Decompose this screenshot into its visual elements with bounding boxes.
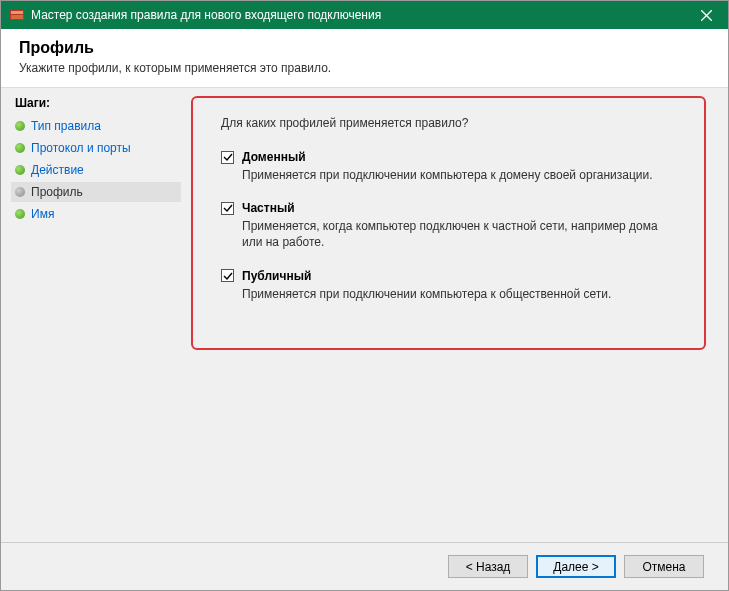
- checkbox-desc-domain: Применяется при подключении компьютера к…: [242, 167, 662, 183]
- step-profile[interactable]: Профиль: [11, 182, 181, 202]
- checkmark-icon: [223, 152, 233, 162]
- checkbox-private[interactable]: [221, 202, 234, 215]
- wizard-window: Мастер создания правила для нового входя…: [1, 1, 728, 590]
- wizard-footer: < Назад Далее > Отмена: [1, 542, 728, 590]
- step-rule-type[interactable]: Тип правила: [11, 116, 181, 136]
- check-group-domain: Доменный Применяется при подключении ком…: [221, 150, 684, 183]
- checkmark-icon: [223, 203, 233, 213]
- checkbox-label-public[interactable]: Публичный: [242, 269, 311, 283]
- page-title: Профиль: [19, 39, 710, 57]
- bullet-icon: [15, 209, 25, 219]
- next-button[interactable]: Далее >: [536, 555, 616, 578]
- content-area: Для каких профилей применяется правило? …: [181, 88, 728, 542]
- steps-sidebar: Шаги: Тип правила Протокол и порты Дейст…: [1, 88, 181, 542]
- close-button[interactable]: [684, 1, 728, 29]
- app-icon: [9, 7, 25, 23]
- checkbox-label-domain[interactable]: Доменный: [242, 150, 306, 164]
- step-label: Действие: [31, 163, 84, 177]
- highlight-box: Для каких профилей применяется правило? …: [191, 96, 706, 350]
- bullet-icon: [15, 165, 25, 175]
- svg-rect-1: [11, 11, 23, 14]
- steps-label: Шаги:: [11, 96, 181, 110]
- step-label: Профиль: [31, 185, 83, 199]
- checkbox-label-private[interactable]: Частный: [242, 201, 295, 215]
- step-name[interactable]: Имя: [11, 204, 181, 224]
- close-icon: [701, 10, 712, 21]
- checkmark-icon: [223, 271, 233, 281]
- back-button[interactable]: < Назад: [448, 555, 528, 578]
- step-label: Тип правила: [31, 119, 101, 133]
- check-group-private: Частный Применяется, когда компьютер под…: [221, 201, 684, 250]
- bullet-icon: [15, 143, 25, 153]
- step-protocol-ports[interactable]: Протокол и порты: [11, 138, 181, 158]
- check-group-public: Публичный Применяется при подключении ко…: [221, 269, 684, 302]
- wizard-body: Шаги: Тип правила Протокол и порты Дейст…: [1, 88, 728, 542]
- cancel-button[interactable]: Отмена: [624, 555, 704, 578]
- bullet-icon: [15, 121, 25, 131]
- step-label: Имя: [31, 207, 54, 221]
- titlebar: Мастер создания правила для нового входя…: [1, 1, 728, 29]
- step-action[interactable]: Действие: [11, 160, 181, 180]
- checkbox-domain[interactable]: [221, 151, 234, 164]
- checkbox-desc-public: Применяется при подключении компьютера к…: [242, 286, 662, 302]
- checkbox-public[interactable]: [221, 269, 234, 282]
- page-description: Укажите профили, к которым применяется э…: [19, 61, 710, 75]
- question-text: Для каких профилей применяется правило?: [221, 116, 684, 130]
- bullet-icon: [15, 187, 25, 197]
- step-label: Протокол и порты: [31, 141, 131, 155]
- window-title: Мастер создания правила для нового входя…: [31, 8, 381, 22]
- wizard-header: Профиль Укажите профили, к которым приме…: [1, 29, 728, 88]
- checkbox-desc-private: Применяется, когда компьютер подключен к…: [242, 218, 662, 250]
- svg-rect-2: [11, 15, 23, 19]
